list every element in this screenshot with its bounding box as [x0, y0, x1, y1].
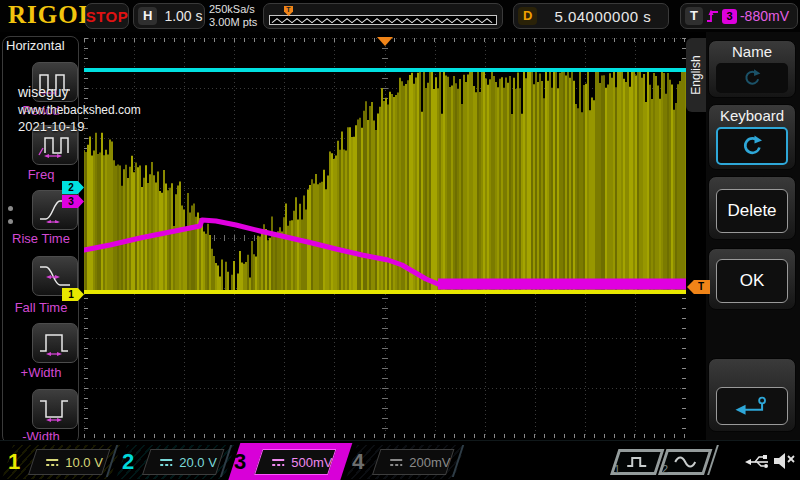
dc-coupling-icon: [45, 457, 59, 467]
freq-icon: [37, 132, 73, 158]
trigger-level-value: -880mV: [740, 8, 789, 24]
horizontal-scale-value: 1.00 s: [164, 8, 202, 24]
channel-3-scale: 500mV: [291, 455, 332, 470]
left-menu-title: Horizontal: [6, 38, 65, 53]
channel-1-number: 1: [8, 448, 20, 476]
source-1-number: 1: [614, 463, 620, 475]
delete-button[interactable]: Delete: [716, 189, 788, 233]
trigger-slope-icon: [706, 8, 719, 24]
trigger-position-marker[interactable]: [377, 37, 393, 46]
ok-button[interactable]: OK: [716, 259, 788, 303]
source-2-indicator[interactable]: 2: [658, 449, 712, 475]
channel-2-ground-marker[interactable]: 2: [62, 181, 84, 194]
oscilloscope-screen: RIGOL STOP H 1.00 s 250kSa/s 3.00M pts T…: [0, 0, 800, 480]
measure-plus-width-button[interactable]: [32, 323, 78, 363]
waveform-preview-bar[interactable]: T: [263, 3, 503, 29]
return-button[interactable]: [716, 387, 788, 425]
softkey-ok[interactable]: OK: [708, 248, 796, 310]
fall-time-icon: [37, 263, 73, 289]
sample-rate: 250kSa/s: [209, 3, 257, 16]
sine-wave-icon: [673, 455, 697, 469]
measure-fall-time-label: Fall Time: [0, 300, 82, 315]
trigger-source-badge: 3: [722, 9, 737, 24]
plus-width-icon: [37, 330, 73, 356]
softkey-return[interactable]: [708, 358, 796, 432]
h-label: H: [138, 7, 157, 25]
source-2-number: 2: [662, 463, 668, 475]
measure-plus-width-label: +Width: [0, 365, 82, 380]
acquisition-info: 250kSa/s 3.00M pts: [209, 3, 257, 29]
rotate-icon: [740, 134, 764, 158]
memory-depth: 3.00M pts: [209, 16, 257, 29]
channel-1-scale: 10.0 V: [65, 455, 103, 470]
keyboard-selected-well[interactable]: [716, 127, 788, 165]
softkey-name[interactable]: Name: [708, 40, 796, 98]
channel-3-number: 3: [234, 448, 246, 476]
horizontal-scale-box[interactable]: H 1.00 s: [133, 3, 205, 29]
measure-freq-label: Freq: [0, 167, 82, 182]
watermark-date: 2021-10-19: [18, 119, 85, 134]
channel-2-status[interactable]: 2 20.0 V: [116, 443, 226, 480]
trigger-readout-box[interactable]: T 3 -880mV: [680, 3, 798, 29]
graticule-display: [84, 38, 686, 438]
d-label: D: [518, 7, 537, 25]
softkey-name-label: Name: [709, 41, 795, 61]
menu-page-dot: [8, 219, 13, 224]
trigger-level-marker[interactable]: T: [687, 280, 710, 294]
usb-icon: [744, 453, 770, 469]
speaker-muted-icon: [772, 450, 796, 472]
channel-status-bar: 1 10.0 V 2 20.0 V 3: [0, 440, 800, 480]
preview-waveform-icon: [270, 16, 496, 24]
dc-coupling-icon: [389, 457, 403, 467]
t-label: T: [685, 7, 703, 25]
softkey-keyboard[interactable]: Keyboard: [708, 104, 796, 170]
menu-page-dot: [8, 206, 13, 211]
measure-minus-width-button[interactable]: [32, 389, 78, 429]
channel-4-scale: 200mV: [409, 455, 450, 470]
softkey-delete[interactable]: Delete: [708, 176, 796, 240]
channel-3-status-selected[interactable]: 3 500mV: [228, 443, 342, 480]
watermark-user: wiseguy: [18, 84, 69, 100]
dc-coupling-icon: [159, 457, 173, 467]
language-tab[interactable]: English: [686, 38, 706, 112]
run-state-button[interactable]: STOP: [85, 3, 129, 29]
rotate-icon: [742, 68, 762, 88]
measure-rise-time-label: Rise Time: [0, 231, 82, 246]
delay-value: 5.04000000 s: [554, 8, 651, 25]
watermark-site: www.thebackshed.com: [18, 103, 141, 117]
channel-2-scale: 20.0 V: [179, 455, 217, 470]
language-tab-label: English: [689, 55, 703, 94]
square-wave-icon: [625, 455, 649, 469]
softkey-keyboard-label: Keyboard: [709, 105, 795, 125]
channel-3-ground-marker[interactable]: 3: [62, 195, 84, 208]
channel-4-number: 4: [352, 448, 364, 476]
delay-readout-box[interactable]: D 5.04000000 s: [513, 3, 669, 29]
channel-1-status[interactable]: 1 10.0 V: [2, 443, 112, 480]
top-status-bar: RIGOL STOP H 1.00 s 250kSa/s 3.00M pts T…: [0, 0, 800, 32]
preview-window: [269, 15, 497, 25]
channel-2-number: 2: [122, 448, 134, 476]
minus-width-icon: [37, 396, 73, 422]
return-icon: [733, 395, 771, 417]
rigol-logo: RIGOL: [8, 1, 96, 29]
dc-coupling-icon: [271, 457, 285, 467]
channel-4-status[interactable]: 4 200mV: [346, 443, 456, 480]
source-1-indicator[interactable]: 1: [610, 449, 664, 475]
run-state-label: STOP: [86, 8, 129, 25]
